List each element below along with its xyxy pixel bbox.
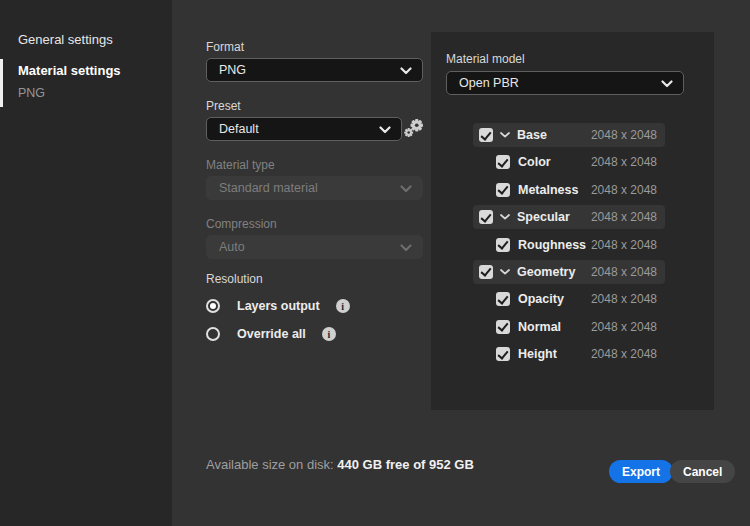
chevron-down-icon (379, 120, 391, 138)
material-type-label: Material type (206, 158, 275, 172)
map-label: Base (517, 128, 547, 142)
material-model-label: Material model (446, 52, 525, 66)
map-resolution: 2048 x 2048 (591, 292, 657, 306)
export-button[interactable]: Export (609, 460, 673, 483)
tree-row-roughness[interactable]: Roughness 2048 x 2048 (473, 233, 665, 257)
chevron-down-icon (400, 179, 412, 197)
preset-select[interactable]: Default (206, 117, 402, 141)
checkbox-checked-icon[interactable] (479, 265, 493, 279)
sidebar-item-general-settings[interactable]: General settings (18, 32, 113, 47)
manage-presets-gear-icon[interactable] (402, 116, 426, 140)
compression-select: Auto (206, 235, 423, 259)
material-type-select: Standard material (206, 176, 423, 200)
chevron-down-icon (661, 74, 673, 92)
format-label: Format (206, 40, 244, 54)
checkbox-checked-icon[interactable] (496, 292, 510, 306)
map-label: Specular (517, 210, 570, 224)
compression-label: Compression (206, 217, 277, 231)
tree-row-specular[interactable]: Specular 2048 x 2048 (473, 205, 665, 229)
map-label: Opacity (518, 292, 564, 306)
checkbox-checked-icon[interactable] (479, 210, 493, 224)
radio-layers-output[interactable]: Layers output i (206, 297, 350, 315)
compression-value: Auto (219, 240, 400, 254)
material-model-select[interactable]: Open PBR (446, 71, 684, 95)
tree-row-metalness[interactable]: Metalness 2048 x 2048 (473, 178, 665, 202)
tree-row-opacity[interactable]: Opacity 2048 x 2048 (473, 287, 665, 311)
preset-label: Preset (206, 99, 241, 113)
radio-layers-output-label: Layers output (237, 299, 320, 313)
map-label: Normal (518, 320, 561, 334)
info-icon[interactable]: i (322, 327, 336, 341)
map-label: Height (518, 347, 557, 361)
map-resolution: 2048 x 2048 (591, 265, 657, 279)
chevron-down-icon (400, 61, 412, 79)
map-resolution: 2048 x 2048 (591, 183, 657, 197)
active-section-indicator (0, 59, 3, 107)
material-maps-panel: Material model Open PBR Base 2048 x 2048… (431, 32, 714, 410)
format-select[interactable]: PNG (206, 58, 423, 82)
info-icon[interactable]: i (336, 299, 350, 313)
map-resolution: 2048 x 2048 (591, 238, 657, 252)
map-label: Geometry (517, 265, 575, 279)
checkbox-checked-icon[interactable] (496, 155, 510, 169)
radio-override-all[interactable]: Override all i (206, 325, 336, 343)
checkbox-checked-icon[interactable] (496, 238, 510, 252)
format-value: PNG (219, 63, 400, 77)
sidebar-item-png[interactable]: PNG (18, 86, 45, 100)
tree-row-height[interactable]: Height 2048 x 2048 (473, 342, 665, 366)
checkbox-checked-icon[interactable] (496, 347, 510, 361)
checkbox-checked-icon[interactable] (479, 128, 493, 142)
preset-value: Default (219, 122, 379, 136)
resolution-label: Resolution (206, 272, 263, 286)
settings-sidebar: General settings Material settings PNG (0, 0, 172, 526)
map-label: Metalness (518, 183, 578, 197)
texture-maps-tree: Base 2048 x 2048 Color 2048 x 2048 Metal… (473, 123, 665, 366)
cancel-button[interactable]: Cancel (670, 460, 735, 483)
tree-row-geometry[interactable]: Geometry 2048 x 2048 (473, 260, 665, 284)
tree-row-base[interactable]: Base 2048 x 2048 (473, 123, 665, 147)
sidebar-item-material-settings[interactable]: Material settings (18, 63, 121, 78)
chevron-down-icon (400, 238, 412, 256)
tree-row-color[interactable]: Color 2048 x 2048 (473, 150, 665, 174)
checkbox-checked-icon[interactable] (496, 183, 510, 197)
chevron-down-icon[interactable] (500, 269, 510, 275)
map-resolution: 2048 x 2048 (591, 347, 657, 361)
disk-space-status: Available size on disk: 440 GB free of 9… (206, 457, 474, 472)
radio-override-all-label: Override all (237, 327, 306, 341)
map-resolution: 2048 x 2048 (591, 210, 657, 224)
map-resolution: 2048 x 2048 (591, 155, 657, 169)
chevron-down-icon[interactable] (500, 214, 510, 220)
checkbox-checked-icon[interactable] (496, 320, 510, 334)
export-dialog: General settings Material settings PNG F… (0, 0, 750, 526)
map-resolution: 2048 x 2048 (591, 128, 657, 142)
disk-space-value: 440 GB free of 952 GB (337, 457, 474, 472)
disk-space-label: Available size on disk: (206, 457, 334, 472)
tree-row-normal[interactable]: Normal 2048 x 2048 (473, 315, 665, 339)
material-model-value: Open PBR (459, 76, 661, 90)
chevron-down-icon[interactable] (500, 132, 510, 138)
map-label: Roughness (518, 238, 586, 252)
map-label: Color (518, 155, 551, 169)
map-resolution: 2048 x 2048 (591, 320, 657, 334)
radio-unselected-icon[interactable] (206, 327, 220, 341)
radio-selected-icon[interactable] (206, 299, 220, 313)
material-type-value: Standard material (219, 181, 400, 195)
